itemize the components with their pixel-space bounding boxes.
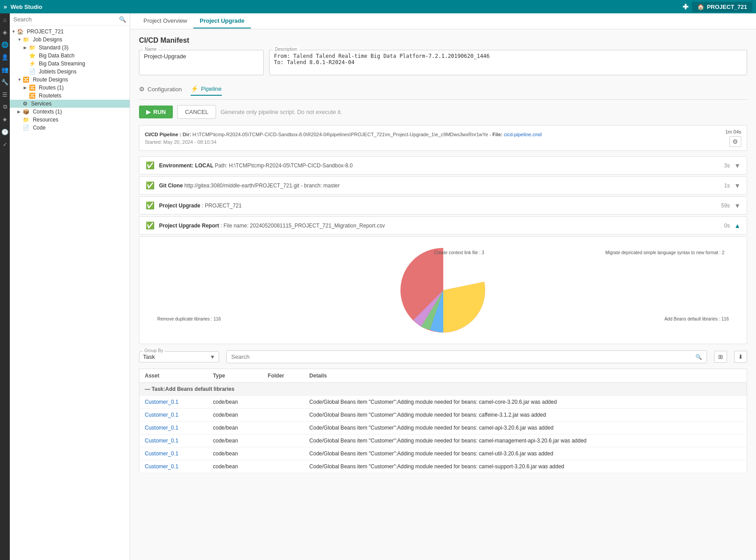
desc-field: Description From: Talend Talend Real-tim… [269,50,747,75]
list-icon[interactable]: ☰ [0,90,9,99]
tab-project-overview[interactable]: Project Overview [137,14,193,28]
name-input[interactable] [144,53,233,60]
sidebar-search-bar: 🔍 [10,13,130,26]
chart-label-context: Create context link file : 3 [434,250,484,255]
sidebar-item-project[interactable]: ▼ 🏠 PROJECT_721 [10,28,130,36]
inner-tab-pipeline[interactable]: ⚡Pipeline [191,85,221,96]
cell-asset: Customer_0.1 [139,460,208,473]
cell-details: Code/Global Beans item "Customer":Adding… [304,447,747,460]
arrow-icon: ▶ [24,45,29,50]
step-chevron-icon[interactable]: ▼ [734,182,740,189]
sidebar-item-big-data-batch[interactable]: ⭐ Big Data Batch [10,52,130,60]
table-search-icon: 🔍 [695,354,702,360]
table-row: Customer_0.1 code/bean Code/Global Beans… [139,447,747,460]
pipeline-info-bar: CI/CD Pipeline : Dir: H:\TCMP\tcmp-R2024… [139,125,747,151]
settings-button[interactable]: ⚙ [729,136,741,147]
inner-tab-configuration[interactable]: ⚙Configuration [139,85,182,95]
asset-link[interactable]: Customer_0.1 [145,412,178,418]
sidebar-item-label: Resources [31,117,58,123]
file-name: cicd-pipeline.cmd [504,132,542,137]
project-label: 🏠 PROJECT_721 [692,2,752,12]
sidebar-item-routelets[interactable]: 🔀 Routelets [10,92,130,100]
asset-link[interactable]: Customer_0.1 [145,425,178,431]
step-success-icon: ✅ [146,201,155,210]
inner-tabs: ⚙Configuration⚡Pipeline [139,81,747,100]
sidebar-item-standard[interactable]: ▶ 📁 Standard (3) [10,44,130,52]
table-row: Customer_0.1 code/bean Code/Global Beans… [139,434,747,447]
chart-area: Create context link file : 3 Migrate dep… [139,236,747,344]
star-icon[interactable]: ★ [0,115,9,124]
sidebar-item-contexts[interactable]: ▶ 📦 Contexts (1) [10,108,130,116]
sidebar-item-resources[interactable]: 📁 Resources [10,116,130,124]
add-icon[interactable]: ✚ [682,3,688,11]
col-folder: Folder [262,369,304,383]
search-input[interactable] [13,16,117,23]
sidebar-item-label: PROJECT_721 [25,28,64,35]
arrow-icon: ▶ [17,110,23,114]
step-name: Project Upgrade [159,203,200,209]
person-icon[interactable]: 👤 [0,53,9,61]
users-icon[interactable]: 👥 [0,65,9,74]
step-name: Project Upgrade Report [159,223,219,229]
dir-path: H:\TCMP\tcmp-R2024-05\TCMP-CICD-Sandbox-… [192,132,488,137]
table-group-header: — Task:Add Beans default libraries [139,383,747,396]
check-icon[interactable]: ✓ [0,140,9,149]
item-icon: 📁 [23,37,29,43]
step-chevron-icon[interactable]: ▲ [734,222,740,229]
sidebar-item-joblets-designs[interactable]: 📄 Joblets Designs [10,68,130,76]
item-icon: 📁 [29,45,36,51]
col-asset: Asset [139,369,208,383]
cell-folder [262,447,304,460]
sidebar-item-code[interactable]: 📄 Code [10,124,130,132]
step-chevron-icon[interactable]: ▼ [734,162,740,169]
arrow-icon: ▼ [12,29,17,34]
section-title: CI/CD Manifest [139,37,747,45]
pipeline-step-report: ✅ Project Upgrade Report : File name: 20… [139,216,747,235]
expand-icon[interactable]: » [4,3,7,10]
grid-view-button[interactable]: ⊞ [714,351,727,363]
sidebar-item-job-designs[interactable]: ▼ 📁 Job Designs [10,36,130,44]
cancel-button[interactable]: CANCEL [177,105,216,119]
sidebar-item-route-designs[interactable]: ▼ 🔀 Route Designs [10,76,130,84]
chart-label-remove: Remove duplicate libraries : 116 [157,317,221,321]
tools-icon[interactable]: 🔧 [0,77,9,86]
asset-link[interactable]: Customer_0.1 [145,450,178,457]
sidebar-item-routes[interactable]: ▶ 🔀 Routes (1) [10,84,130,92]
run-button[interactable]: ▶ RUN [139,106,173,118]
sidebar-item-label: Job Designs [31,37,62,43]
home-nav-icon[interactable]: ⌂ [0,15,9,24]
app-title: Web Studio [11,4,679,10]
design-icon[interactable]: ◈ [0,28,9,37]
arrow-icon [24,61,29,66]
item-icon: ⭐ [29,53,36,59]
group-by-select[interactable]: Task Asset Type Folder [143,353,208,360]
table-row: Customer_0.1 code/bean Code/Global Beans… [139,422,747,434]
download-button[interactable]: ⬇ [734,351,747,363]
sidebar-item-label: Joblets Designs [37,69,77,75]
arrow-icon: ▼ [17,37,23,42]
asset-link[interactable]: Customer_0.1 [145,438,178,444]
step-name: Environment: LOCAL [159,162,213,169]
desc-textarea[interactable]: From: Talend Talend Real-time Big Data P… [274,53,742,71]
tab-project-upgrade[interactable]: Project Upgrade [193,14,250,28]
asset-link[interactable]: Customer_0.1 [145,399,178,405]
step-duration: 0s [724,223,730,229]
asset-link[interactable]: Customer_0.1 [145,463,178,470]
name-field: Name [139,50,264,75]
step-chevron-icon[interactable]: ▼ [734,202,740,209]
clock-icon[interactable]: 🕐 [0,127,9,136]
sidebar-item-big-data-streaming[interactable]: ⚡ Big Data Streaming [10,60,130,68]
item-icon: ⚡ [29,61,36,67]
arrow-icon [17,101,23,106]
step-duration: 59s [721,203,730,209]
group-header-text: — Task:Add Beans default libraries [139,383,747,396]
action-bar: ▶ RUN CANCEL Generate only pipeline scri… [139,105,747,119]
layers-icon[interactable]: ⧉ [0,102,9,111]
name-label: Name [143,47,159,52]
sidebar-item-label: Routelets [37,93,61,99]
step-duration: 1s [724,183,730,189]
table-search-input[interactable] [231,353,693,360]
sidebar-item-services[interactable]: ⚙ Services [10,100,130,108]
globe-icon[interactable]: 🌐 [0,40,9,49]
file-label: File: [492,132,504,137]
